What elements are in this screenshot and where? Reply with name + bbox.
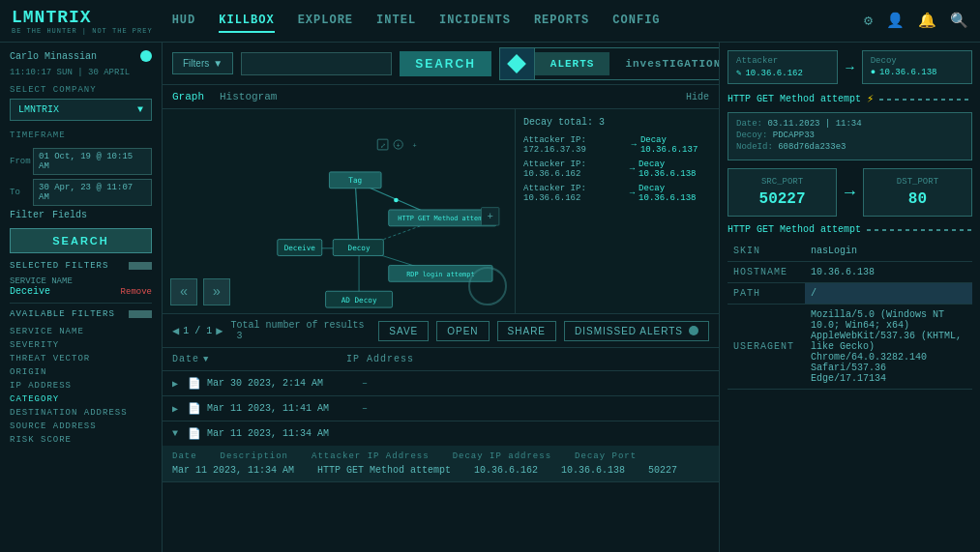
filter-destination-address[interactable]: DESTINATION ADDRESS	[10, 406, 152, 420]
graph-circle	[468, 267, 507, 305]
detail-val-path: /	[805, 283, 972, 305]
lightning-icon: ⚡	[867, 92, 874, 106]
logo-sub: BE THE HUNTER | NOT THE PREY	[12, 27, 153, 35]
detail-key-useragent: USERAGENT	[728, 305, 805, 390]
share-button[interactable]: SHARE	[497, 321, 556, 341]
exp-port-val: 50227	[648, 465, 677, 476]
svg-text:HTTP GET Method attemp: HTTP GET Method attemp	[398, 215, 486, 222]
filter-source-address[interactable]: SOURCE ADDRESS	[10, 420, 152, 433]
info-decoy: Decoy: PDCAPP33	[736, 131, 964, 140]
nav-arrow-right[interactable]: »	[203, 278, 230, 305]
settings-icon[interactable]: ⚙	[864, 12, 873, 30]
results-total-label: Total number of results	[231, 320, 365, 331]
decoy-label: Decoy	[871, 56, 964, 66]
hide-button[interactable]: Hide	[686, 92, 709, 102]
page-next-arrow[interactable]: ▶	[216, 324, 223, 338]
search-input[interactable]	[241, 52, 392, 75]
timestamp: 11:10:17 SUN | 30 APRIL	[10, 68, 152, 77]
graph-tabs: Graph Histogram	[172, 91, 277, 102]
filter-risk-score[interactable]: RISK SCORE	[10, 433, 152, 447]
to-value[interactable]: 30 Apr, 23 @ 11:07 AM	[33, 179, 152, 206]
remove-filter-button[interactable]: Remove	[121, 287, 152, 297]
filter-origin[interactable]: ORIGIN	[10, 365, 152, 379]
table-row: ▼ 📄 Mar 11 2023, 11:34 AM Date Descripti…	[163, 421, 719, 482]
nav-items: HUD KILLBOX EXPLORE INTEL INCIDENTS REPO…	[172, 10, 864, 33]
row-summary-2[interactable]: ▼ 📄 Mar 11 2023, 11:34 AM	[163, 421, 719, 446]
page-nav: ◀ 1 / 1 ▶	[172, 324, 223, 338]
bell-icon[interactable]: 🔔	[918, 12, 936, 30]
sidebar: Carlo Minassian 11:10:17 SUN | 30 APRIL …	[0, 43, 163, 552]
graph-tab-histogram[interactable]: Histogram	[220, 91, 277, 102]
from-time-input: From 01 Oct, 19 @ 10:15 AM	[10, 148, 152, 175]
attacker-value: ✎ 10.36.6.162	[736, 68, 829, 78]
filters-button[interactable]: Filters ▼	[172, 52, 233, 74]
nav-arrow-left[interactable]: «	[170, 278, 197, 305]
dismissed-alerts-button[interactable]: DISMISSED ALERTS	[564, 321, 709, 341]
user-row: Carlo Minassian	[10, 50, 152, 62]
row-expanded-2: Date Description Attacker IP Address Dec…	[163, 446, 719, 481]
tab-investigation[interactable]: invesTIGATION	[609, 52, 719, 75]
service-name-filter-value-row: Deceive Remove	[10, 286, 152, 297]
tab-alerts[interactable]: ALERTS	[535, 52, 610, 75]
top-nav: LMNTRIX BE THE HUNTER | NOT THE PREY HUD…	[0, 0, 980, 43]
wavy-line	[879, 99, 972, 101]
info-date: Date: 03.11.2023 | 11:34	[736, 119, 964, 129]
exp-date-header: Date	[172, 451, 197, 461]
detail-row-useragent: USERAGENT Mozilla/5.0 (Windows NT 10.0; …	[728, 305, 972, 390]
filter-ip-address[interactable]: IP ADDRESS	[10, 379, 152, 392]
table-header: Date ▼ IP Address	[163, 348, 719, 371]
info-card: Date: 03.11.2023 | 11:34 Decoy: PDCAPP33…	[728, 112, 972, 160]
row-summary-0[interactable]: ▶ 📄 Mar 30 2023, 2:14 AM –	[163, 371, 719, 395]
decay-row-0: Attacker IP: 172.16.37.39 → Decay 10.36.…	[523, 135, 711, 155]
main-layout: Carlo Minassian 11:10:17 SUN | 30 APRIL …	[0, 43, 980, 552]
http-label-2: HTTP GET Method attempt	[728, 224, 861, 235]
save-button[interactable]: SAVE	[378, 321, 429, 341]
nav-intel[interactable]: INTEL	[376, 10, 416, 33]
row-summary-1[interactable]: ▶ 📄 Mar 11 2023, 11:41 AM –	[163, 396, 719, 421]
sort-arrow-icon[interactable]: ▼	[203, 355, 209, 364]
filter-category[interactable]: CATEGORY	[10, 392, 152, 406]
nav-config[interactable]: CONFIG	[612, 10, 660, 33]
detail-row-path: PATH /	[728, 283, 972, 305]
nav-hud[interactable]: HUD	[172, 10, 196, 33]
detail-val-skin: nasLogin	[805, 241, 972, 262]
svg-text:RDP login attempt: RDP login attempt	[406, 271, 474, 278]
page-info: 1 / 1	[183, 326, 212, 336]
expand-arrow-icon: ▶	[172, 403, 182, 415]
company-label: SELECT COMPANY	[10, 85, 152, 95]
page-prev-arrow[interactable]: ◀	[172, 324, 179, 338]
company-value: LMNTRIX	[18, 104, 59, 115]
graph-tab-graph[interactable]: Graph	[172, 91, 204, 102]
filter-threat-vector[interactable]: THREAT VECTOR	[10, 352, 152, 365]
right-panel: Attacker ✎ 10.36.6.162 → Decoy ● 10.36.6…	[719, 43, 980, 552]
ad-arrow-container: →	[846, 50, 853, 84]
nav-incidents[interactable]: INCIDENTS	[439, 10, 511, 33]
detail-row-hostname: HOSTNAME 10.36.6.138	[728, 262, 972, 283]
search-button[interactable]: SEARCH	[400, 51, 491, 76]
search-icon[interactable]: 🔍	[950, 12, 968, 30]
nav-reports[interactable]: REPORTS	[534, 10, 589, 33]
decay-row-2: Attacker IP: 10.36.6.162 → Decay 10.36.6…	[523, 184, 711, 203]
available-filter-indicator	[129, 310, 152, 318]
th-date: Date ▼	[172, 354, 346, 364]
filter-fields-row: Filter Fields	[10, 210, 152, 220]
table-area: Date ▼ IP Address ▶ 📄 Mar 30 2023, 2:14 …	[163, 348, 719, 552]
from-value[interactable]: 01 Oct, 19 @ 10:15 AM	[33, 148, 152, 175]
nav-killbox[interactable]: KILLBOX	[219, 10, 274, 33]
user-icon[interactable]: 👤	[886, 12, 905, 30]
filter-service-name[interactable]: SERVICE NAME	[10, 325, 152, 338]
detail-key-skin: SKIN	[728, 241, 805, 262]
decoy-value: ● 10.36.6.138	[871, 68, 964, 77]
company-select[interactable]: LMNTRIX ▼	[10, 99, 152, 121]
open-button[interactable]: OPEN	[436, 321, 489, 341]
decay-target-2: Decay 10.36.6.138	[638, 184, 711, 203]
attacker-box: Attacker ✎ 10.36.6.162	[728, 50, 838, 84]
filter-severity[interactable]: SEVERITY	[10, 338, 152, 352]
exp-desc-val: HTTP GET Method attempt	[317, 465, 451, 476]
nav-explore[interactable]: EXPLORE	[298, 10, 353, 33]
sidebar-search-button[interactable]: SEARCH	[10, 228, 152, 253]
filter-label: Filter	[10, 210, 45, 220]
dst-port-value: 80	[872, 190, 964, 208]
center-content: Filters ▼ SEARCH ALERTS invesTIGATION Gr…	[163, 43, 719, 552]
attacker-decoy-row: Attacker ✎ 10.36.6.162 → Decoy ● 10.36.6…	[728, 50, 972, 84]
